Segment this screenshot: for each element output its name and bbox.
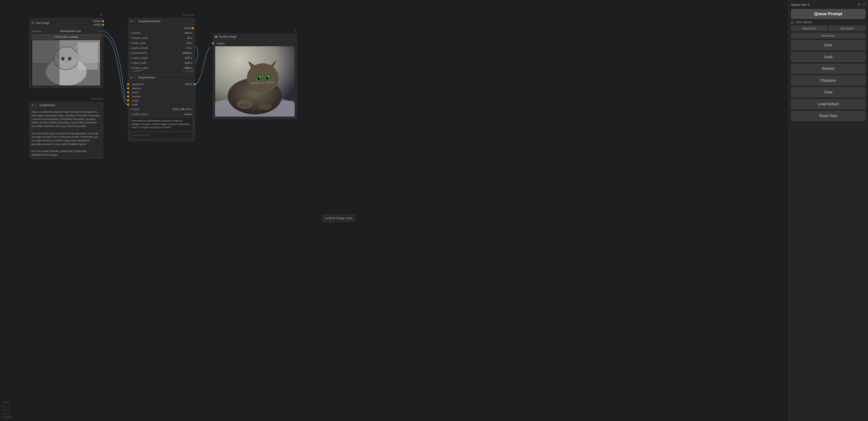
load-image-node-id: #6 (100, 13, 103, 16)
disc-btn[interactable]: ▶ (191, 52, 193, 54)
model-header: ✏ ScepterModel~ (128, 75, 194, 81)
image-output-port[interactable] (194, 83, 196, 85)
clear-button[interactable]: Clear (791, 87, 865, 97)
steps-btn[interactable]: ▶ (191, 37, 193, 39)
load-button[interactable]: Load (791, 52, 865, 62)
gear-icon[interactable]: ⚙ (858, 3, 861, 6)
guide-rescale-label: guide_rescale (132, 47, 186, 49)
svg-point-32 (267, 76, 269, 77)
note-icon: ✏ (35, 104, 37, 107)
image-output-label: IMAGE (185, 83, 193, 86)
model-source-label: model_source (132, 113, 183, 115)
image-in-port[interactable] (127, 100, 129, 102)
right-panel: Queue size: 0 ⚙ ✕ Queue Prompt Extra opt… (788, 0, 868, 421)
seed-label: random_seed (132, 66, 184, 69)
output-mask-port[interactable] (102, 24, 104, 26)
extra-options-checkbox[interactable] (791, 21, 794, 24)
param-node-id: #4 Scepter (183, 13, 194, 16)
seed-arrow[interactable]: ◀ (130, 67, 132, 69)
svg-rect-14 (32, 40, 60, 86)
result-port[interactable] (192, 27, 194, 29)
disc-label: discretization (132, 52, 182, 54)
height-arrow[interactable]: ◀ (130, 57, 132, 59)
sample-arrow[interactable]: ◀ (130, 32, 132, 34)
param-row-output-height: ◀ output_height 1024 ▶ (128, 55, 194, 60)
param-row-steps: ◀ sample_steps 50 ▶ (128, 35, 194, 40)
images-in-port[interactable] (212, 43, 214, 45)
file-name: 249cda2844b7.png (42, 30, 98, 32)
seed-btn[interactable]: ▶ (191, 67, 193, 69)
image-preview-area (31, 40, 101, 86)
model-param-btn[interactable]: ▶ (191, 108, 193, 110)
load-default-button[interactable]: Load Default (791, 99, 865, 109)
svg-point-40 (240, 104, 243, 107)
status-i: I: 0 (2, 405, 12, 408)
height-label: output_height (132, 56, 184, 59)
load-image-header: Load Image IMAGE MASK (30, 18, 103, 28)
model-source-row: ◀ model_source Local ▶ (128, 112, 194, 117)
reset-view-button[interactable]: Reset View (791, 111, 865, 121)
param-title: ScepterParameter~ (138, 20, 161, 23)
guide-scale-label: guide_scale (132, 41, 186, 44)
guide-rescale-arrow[interactable]: ◀ (130, 47, 132, 49)
preview-status-dot (215, 36, 217, 38)
width-btn[interactable]: ▶ (191, 62, 193, 64)
guide-scale-arrow[interactable]: ◀ (130, 42, 132, 44)
param-row-output-width: ◀ output_width 1024 ▶ (128, 60, 194, 65)
queue-prompt-button[interactable]: Queue Prompt (791, 9, 865, 19)
model-arrow[interactable]: ◀ (130, 108, 132, 110)
guide-scale-btn[interactable]: ▶ (191, 42, 193, 44)
svg-point-42 (246, 104, 250, 107)
param-row-guide-rescale: ◀ guide_rescale 0.5 ▶ (128, 45, 194, 50)
connections-svg (0, 0, 788, 421)
parameters-port[interactable] (127, 83, 129, 85)
model-title: ScepterModel~ (138, 76, 156, 79)
model-status-dot (130, 77, 132, 79)
guide-rescale-btn[interactable]: ▶ (191, 47, 193, 49)
model-source-btn[interactable]: ▶ (191, 113, 193, 115)
sample-label: sample (132, 31, 184, 34)
file-next-arrow[interactable]: ▶ (99, 30, 101, 32)
sample-btn[interactable]: ▶ (191, 32, 193, 34)
status-bar: T: 0.00s I: 0 N: 5 [5] V: 10 FPS:60.24 (2, 401, 12, 419)
prompt-textarea[interactable]: Following the segmentation outcome in ma… (130, 117, 193, 131)
load-image-status-dot (31, 22, 34, 24)
model-param-row: ◀ model ACE_0.6B_512 ▶ (128, 107, 194, 112)
height-btn[interactable]: ▶ (191, 57, 193, 59)
mask-in-port[interactable] (127, 104, 129, 106)
output-image-port[interactable] (102, 20, 104, 22)
status-v: V: 10 (2, 412, 12, 416)
svg-rect-13 (78, 43, 98, 69)
parameters-label: parameters (132, 83, 145, 86)
close-icon[interactable]: ✕ (863, 3, 865, 6)
queue-front-button[interactable]: Queue Front (791, 26, 828, 31)
svg-point-31 (259, 76, 260, 78)
tuners-port-row: tuners (128, 90, 194, 94)
refresh-button[interactable]: Refresh (791, 64, 865, 74)
disc-arrow[interactable]: ◀ (130, 52, 132, 54)
file-prev-arrow[interactable]: ◀ (31, 30, 33, 32)
tuners-port[interactable] (127, 91, 129, 93)
output-image-label: IMAGE (93, 20, 101, 23)
view-queue-button[interactable]: View Queue (829, 26, 866, 31)
view-history-button[interactable]: View History (791, 33, 865, 38)
clipspace-button[interactable]: Clipspace (791, 76, 865, 86)
model-source-arrow[interactable]: ◀ (130, 113, 132, 115)
load-image-node: #6 Load Image IMAGE MASK ◀ image 249cda2… (29, 18, 103, 88)
param-row-discretization: ◀ discretization trailing ▶ (128, 50, 194, 55)
preview-content: images (213, 40, 297, 119)
steps-arrow[interactable]: ◀ (130, 37, 132, 39)
images-in-label: images (217, 42, 225, 45)
status-fps: FPS:60.24 (2, 416, 12, 419)
upload-button[interactable]: choose file to upload (31, 34, 101, 39)
controls-port[interactable] (127, 95, 129, 97)
width-label: output_width (132, 61, 184, 64)
svg-point-39 (258, 103, 272, 110)
save-button[interactable]: Save (791, 40, 865, 50)
queue-action-row: Queue Front View Queue (791, 26, 865, 31)
neg-prompt-textarea[interactable]: negative_prompt (130, 132, 193, 139)
width-arrow[interactable]: ◀ (130, 62, 132, 64)
mask-in-label: mask (132, 103, 138, 106)
model-param-label: model (132, 108, 172, 110)
mantras-port[interactable] (127, 87, 129, 89)
